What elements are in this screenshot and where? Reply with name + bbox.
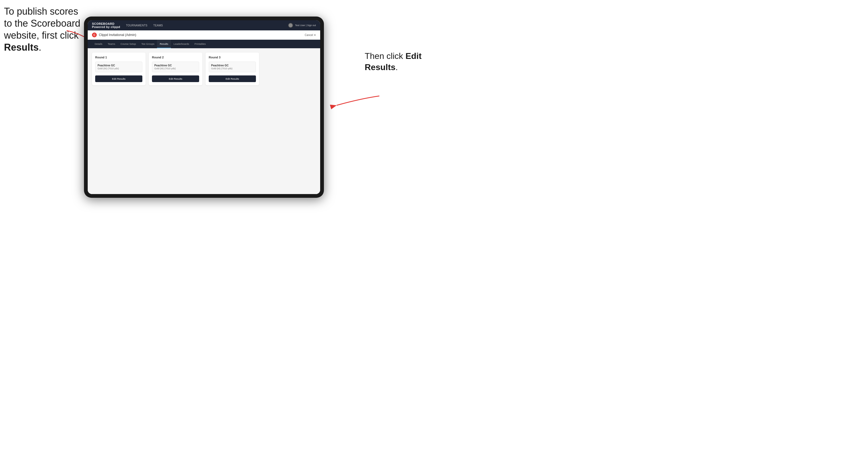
tablet-screen: SCOREBOARD Powered by clippd TOURNAMENTS… bbox=[88, 20, 320, 194]
tab-details[interactable]: Details bbox=[92, 40, 105, 48]
round-2-course-card: Peachtree GC Gold (M) (7010 yds) bbox=[152, 62, 199, 72]
c-logo: C bbox=[92, 33, 97, 37]
round-3-title: Round 3 bbox=[209, 56, 256, 59]
round-1-course-name: Peachtree GC bbox=[98, 64, 140, 67]
round-1-course-details: Gold (M) (7010 yds) bbox=[98, 67, 140, 70]
tablet-device: SCOREBOARD Powered by clippd TOURNAMENTS… bbox=[84, 17, 324, 198]
tab-tee-groups[interactable]: Tee Groups bbox=[138, 40, 157, 48]
instruction-left: To publish scores to the Scoreboard webs… bbox=[4, 5, 81, 53]
nav-user-text[interactable]: Test User | Sign out bbox=[295, 24, 316, 27]
nav-tournaments[interactable]: TOURNAMENTS bbox=[126, 24, 148, 27]
tournament-header: C Clippd Invitational (Admin) Cancel ✕ bbox=[88, 30, 320, 40]
round-3-course-details: Gold (M) (7010 yds) bbox=[211, 67, 253, 70]
round-1-title: Round 1 bbox=[95, 56, 142, 59]
round-2-course-details: Gold (M) (7010 yds) bbox=[154, 67, 197, 70]
nav-right: Test User | Sign out bbox=[288, 23, 316, 28]
edit-results-button-3[interactable]: Edit Results bbox=[209, 75, 256, 82]
nav-links: TOURNAMENTS TEAMS bbox=[126, 24, 288, 27]
cancel-button[interactable]: Cancel ✕ bbox=[305, 34, 316, 36]
round-2-card: Round 2 Peachtree GC Gold (M) (7010 yds)… bbox=[149, 53, 202, 85]
nav-teams[interactable]: TEAMS bbox=[153, 24, 163, 27]
rounds-grid: Round 1 Peachtree GC Gold (M) (7010 yds)… bbox=[92, 53, 316, 85]
tab-leaderboards[interactable]: Leaderboards bbox=[171, 40, 192, 48]
instruction-right: Then click Edit Results. bbox=[365, 51, 429, 73]
user-avatar bbox=[288, 23, 293, 28]
round-2-title: Round 2 bbox=[152, 56, 199, 59]
tab-course-setup[interactable]: Course Setup bbox=[118, 40, 138, 48]
edit-results-button-1[interactable]: Edit Results bbox=[95, 75, 142, 82]
round-3-course-name: Peachtree GC bbox=[211, 64, 253, 67]
empty-column bbox=[262, 53, 316, 85]
tournament-title-area: C Clippd Invitational (Admin) bbox=[92, 33, 136, 37]
navbar: SCOREBOARD Powered by clippd TOURNAMENTS… bbox=[88, 20, 320, 30]
main-content: Round 1 Peachtree GC Gold (M) (7010 yds)… bbox=[88, 48, 320, 194]
logo-area: SCOREBOARD Powered by clippd bbox=[92, 22, 120, 29]
instruction-right-text: Then click Edit Results. bbox=[365, 51, 422, 72]
tab-bar: Details Teams Course Setup Tee Groups Re… bbox=[88, 40, 320, 48]
logo-text: SCOREBOARD bbox=[92, 22, 120, 25]
tab-results[interactable]: Results bbox=[157, 40, 171, 48]
round-3-course-card: Peachtree GC Gold (M) (7010 yds) bbox=[209, 62, 256, 72]
instruction-left-text: To publish scores to the Scoreboard webs… bbox=[4, 6, 80, 53]
tab-teams[interactable]: Teams bbox=[105, 40, 118, 48]
round-1-course-card: Peachtree GC Gold (M) (7010 yds) bbox=[95, 62, 142, 72]
round-3-card: Round 3 Peachtree GC Gold (M) (7010 yds)… bbox=[206, 53, 259, 85]
tab-printables[interactable]: Printables bbox=[192, 40, 209, 48]
edit-results-button-2[interactable]: Edit Results bbox=[152, 75, 199, 82]
round-1-card: Round 1 Peachtree GC Gold (M) (7010 yds)… bbox=[92, 53, 146, 85]
round-2-course-name: Peachtree GC bbox=[154, 64, 197, 67]
tournament-name: Clippd Invitational (Admin) bbox=[99, 33, 136, 37]
logo-powered: Powered by clippd bbox=[92, 25, 120, 29]
arrow-to-edit-results bbox=[329, 91, 382, 112]
